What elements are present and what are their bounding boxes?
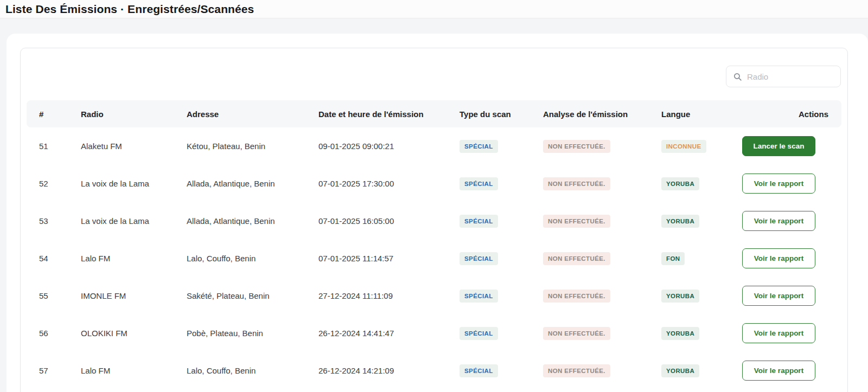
table-row: 57 Lalo FM Lalo, Couffo, Benin 26-12-202… [27,352,841,389]
header-actions: Actions [742,110,841,119]
scan-type-badge: SPÉCIAL [459,364,498,377]
radio-name: La voix de la Lama [81,179,187,188]
analyse-badge: NON EFFECTUÉE. [543,327,610,340]
scan-type-cell: SPÉCIAL [459,327,543,340]
analyse-cell: NON EFFECTUÉE. [543,327,661,340]
emission-datetime: 07-01-2025 11:14:57 [318,254,459,263]
radio-name: Lalo FM [81,366,187,375]
langue-cell: YORUBA [661,215,742,228]
scan-type-cell: SPÉCIAL [459,252,543,265]
scan-type-cell: SPÉCIAL [459,140,543,153]
langue-cell: YORUBA [661,177,742,190]
scan-type-cell: SPÉCIAL [459,177,543,190]
row-number: 53 [27,216,81,226]
radio-address: Sakété, Plateau, Benin [187,291,318,300]
emissions-card: # Radio Adresse Date et heure de l'émiss… [20,48,848,392]
voir-le-rapport-button[interactable]: Voir le rapport [742,286,815,306]
emission-datetime: 27-12-2024 11:11:09 [318,291,459,300]
radio-name: Alaketu FM [81,142,187,151]
language-badge: FON [661,252,685,265]
scan-type-badge: SPÉCIAL [459,140,498,153]
language-badge: YORUBA [661,290,699,303]
scan-type-cell: SPÉCIAL [459,364,543,377]
header-num: # [27,110,81,119]
voir-le-rapport-button[interactable]: Voir le rapport [742,361,815,381]
voir-le-rapport-button[interactable]: Voir le rapport [742,173,815,194]
language-badge: YORUBA [661,177,699,190]
actions-cell: Voir le rapport [742,361,843,381]
row-number: 56 [27,329,81,338]
radio-address: Lalo, Couffo, Benin [187,366,318,375]
row-number: 52 [27,179,81,188]
table-row: 52 La voix de la Lama Allada, Atlantique… [27,165,841,202]
header-radio: Radio [81,110,187,119]
search-box[interactable] [726,66,841,87]
analyse-cell: NON EFFECTUÉE. [543,290,661,303]
analyse-badge: NON EFFECTUÉE. [543,252,610,265]
radio-address: Allada, Atlantique, Benin [187,216,318,226]
radio-address: Lalo, Couffo, Benin [187,254,318,263]
analyse-badge: NON EFFECTUÉE. [543,364,610,377]
language-badge: YORUBA [661,327,699,340]
actions-cell: Voir le rapport [742,323,843,343]
emission-datetime: 09-01-2025 09:00:21 [318,142,459,151]
analyse-badge: NON EFFECTUÉE. [543,290,610,303]
analyse-badge: NON EFFECTUÉE. [543,215,610,228]
analyse-cell: NON EFFECTUÉE. [543,177,661,190]
actions-cell: Voir le rapport [742,286,843,306]
page-title: Liste Des Émissions · Enregistrées/Scann… [5,3,254,16]
analyse-badge: NON EFFECTUÉE. [543,140,610,153]
language-badge: YORUBA [661,364,699,377]
voir-le-rapport-button[interactable]: Voir le rapport [742,211,815,231]
table-header: # Radio Adresse Date et heure de l'émiss… [27,100,841,127]
langue-cell: INCONNUE [661,140,742,153]
langue-cell: YORUBA [661,364,742,377]
header-datetime: Date et heure de l'émission [318,110,459,119]
scan-type-badge: SPÉCIAL [459,290,498,303]
scan-type-badge: SPÉCIAL [459,252,498,265]
radio-address: Kétou, Plateau, Benin [187,142,318,151]
analyse-cell: NON EFFECTUÉE. [543,215,661,228]
table-row: 55 IMONLE FM Sakété, Plateau, Benin 27-1… [27,277,841,314]
langue-cell: YORUBA [661,327,742,340]
search-input[interactable] [747,72,834,81]
actions-cell: Lancer le scan [742,136,843,156]
row-number: 51 [27,142,81,151]
header-adresse: Adresse [187,110,318,119]
lancer-le-scan-button[interactable]: Lancer le scan [742,136,815,156]
content-panel: # Radio Adresse Date et heure de l'émiss… [7,34,868,392]
scan-type-cell: SPÉCIAL [459,290,543,303]
header-analyse: Analyse de l'émission [543,110,661,119]
actions-cell: Voir le rapport [742,173,843,194]
analyse-cell: NON EFFECTUÉE. [543,364,661,377]
titlebar: Liste Des Émissions · Enregistrées/Scann… [0,0,868,18]
actions-cell: Voir le rapport [742,211,843,231]
search-icon [733,72,742,81]
voir-le-rapport-button[interactable]: Voir le rapport [742,323,815,343]
radio-name: IMONLE FM [81,291,187,300]
scan-type-badge: SPÉCIAL [459,177,498,190]
langue-cell: YORUBA [661,290,742,303]
row-number: 57 [27,366,81,375]
emission-datetime: 26-12-2024 14:21:09 [318,366,459,375]
analyse-badge: NON EFFECTUÉE. [543,177,610,190]
emission-datetime: 07-01-2025 16:05:00 [318,216,459,226]
scan-type-badge: SPÉCIAL [459,327,498,340]
radio-name: Lalo FM [81,254,187,263]
table-row: 51 Alaketu FM Kétou, Plateau, Benin 09-0… [27,127,841,165]
language-badge: YORUBA [661,215,699,228]
row-number: 55 [27,291,81,300]
voir-le-rapport-button[interactable]: Voir le rapport [742,248,815,268]
search-area [27,66,841,87]
analyse-cell: NON EFFECTUÉE. [543,140,661,153]
scan-type-badge: SPÉCIAL [459,215,498,228]
actions-cell: Voir le rapport [742,248,843,268]
emission-datetime: 07-01-2025 17:30:00 [318,179,459,188]
table-row: 56 OLOKIKI FM Pobè, Plateau, Benin 26-12… [27,314,841,352]
row-number: 54 [27,254,81,263]
analyse-cell: NON EFFECTUÉE. [543,252,661,265]
langue-cell: FON [661,252,742,265]
language-badge: INCONNUE [661,140,706,153]
radio-address: Allada, Atlantique, Benin [187,179,318,188]
table-row: 53 La voix de la Lama Allada, Atlantique… [27,202,841,240]
